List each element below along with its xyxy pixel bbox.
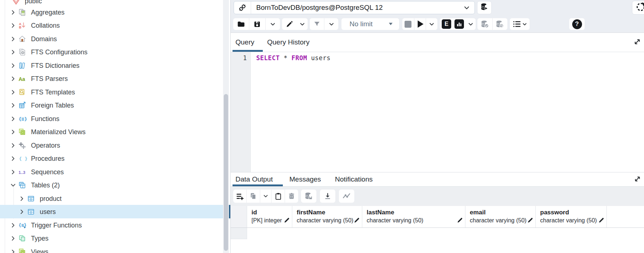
rollback-button[interactable]	[493, 18, 507, 30]
sql-keyword: SELECT	[256, 54, 280, 62]
sidebar-item-collations[interactable]: AB Collations	[0, 19, 230, 32]
sidebar-item-fts-dictionaries[interactable]: FTS Dictionaries	[0, 59, 230, 72]
grid-corner-cell[interactable]	[231, 206, 247, 227]
paste-button[interactable]	[272, 189, 285, 203]
sidebar-item-sequences[interactable]: 1..3 Sequences	[0, 165, 230, 179]
macro-menu-button[interactable]	[510, 18, 530, 30]
column-header-password[interactable]: password character varying (50)	[536, 206, 607, 227]
sidebar-item-table-users[interactable]: users	[0, 205, 230, 218]
graph-visualiser-button[interactable]	[339, 189, 354, 203]
chevron-down-icon[interactable]	[10, 182, 16, 188]
tab-messages[interactable]: Messages	[289, 172, 321, 186]
chevron-right-icon[interactable]	[10, 49, 16, 55]
tab-query-history[interactable]: Query History	[267, 33, 309, 52]
explain-options-dropdown[interactable]	[465, 18, 476, 30]
sidebar-item-aggregates[interactable]: Aggregates	[0, 5, 230, 19]
sidebar-item-types[interactable]: Types	[0, 231, 230, 245]
chevron-right-icon[interactable]	[10, 76, 16, 82]
sidebar-item-foreign-tables[interactable]: Foreign Tables	[0, 98, 230, 112]
save-options-dropdown[interactable]	[266, 18, 280, 30]
sql-code-line[interactable]: SELECT * FROM users	[256, 54, 331, 62]
explain-analyze-icon	[454, 19, 464, 29]
sidebar-item-materialized-views[interactable]: Materialized Views	[0, 125, 230, 139]
sidebar-item-tables[interactable]: Tables (2)	[0, 178, 230, 192]
scrollbar-thumb[interactable]	[224, 94, 228, 251]
fts-dictionaries-icon	[19, 62, 28, 69]
column-header-lastname[interactable]: lastName character varying (50)	[362, 206, 465, 227]
edit-column-pencil-icon[interactable]	[284, 217, 290, 223]
chevron-right-icon[interactable]	[10, 116, 16, 122]
chevron-right-icon[interactable]	[10, 156, 16, 161]
edit-pencil-button[interactable]	[282, 18, 297, 30]
chevron-right-icon[interactable]	[10, 89, 16, 95]
explain-button[interactable]: E	[440, 18, 453, 30]
filter-options-dropdown[interactable]	[324, 18, 338, 30]
chevron-down-icon[interactable]	[464, 5, 470, 11]
sidebar-item-domains[interactable]: Domains	[0, 32, 230, 46]
schema-icon	[12, 0, 22, 5]
column-header-email[interactable]: email character varying (50)	[465, 206, 536, 227]
line-number: 1	[231, 54, 247, 62]
add-row-button[interactable]	[233, 189, 246, 203]
chevron-right-icon[interactable]	[10, 23, 16, 28]
expand-panel-icon[interactable]	[633, 38, 641, 46]
sidebar-item-operators[interactable]: Operators	[0, 139, 230, 152]
row-limit-select[interactable]: No limit	[341, 18, 399, 30]
edit-column-pencil-icon[interactable]	[598, 217, 605, 223]
execute-query-button[interactable]	[414, 18, 426, 30]
delete-row-button[interactable]	[285, 189, 298, 203]
tab-notifications[interactable]: Notifications	[335, 172, 373, 186]
expand-panel-icon[interactable]	[634, 175, 641, 183]
filter-button[interactable]	[310, 18, 324, 30]
sidebar-item-fts-templates[interactable]: FTS Templates	[0, 85, 230, 99]
connection-select[interactable]: BornToDevDB/postgres@PostgreSQL 12	[234, 1, 475, 14]
chevron-right-icon[interactable]	[19, 196, 25, 202]
explain-analyze-button[interactable]	[453, 18, 465, 30]
tab-query[interactable]: Query	[235, 33, 254, 52]
chevron-right-icon[interactable]	[19, 209, 25, 215]
chevron-right-icon[interactable]	[10, 36, 16, 42]
connection-status-button[interactable]	[632, 1, 644, 15]
sidebar-item-fts-configurations[interactable]: FTS Configurations	[0, 45, 230, 59]
sidebar-item-table-product[interactable]: product	[0, 192, 230, 205]
column-name: id	[251, 209, 283, 216]
help-button[interactable]: ?	[569, 18, 585, 30]
download-csv-button[interactable]	[320, 189, 335, 203]
sidebar-scrollbar[interactable]	[223, 0, 229, 253]
execute-button-group	[402, 18, 438, 30]
stop-button[interactable]	[402, 18, 414, 30]
open-file-button[interactable]	[233, 18, 249, 30]
sidebar-item-fts-parsers[interactable]: Aa FTS Parsers	[0, 72, 230, 85]
column-header-firstname[interactable]: firstName character varying (50)	[292, 206, 362, 227]
sidebar-item-label: Types	[31, 235, 48, 242]
edit-column-pencil-icon[interactable]	[457, 217, 463, 223]
column-header-id[interactable]: id [PK] integer	[247, 206, 292, 227]
sidebar-item-functions[interactable]: {≡} Functions	[0, 112, 230, 125]
save-button[interactable]	[249, 18, 265, 30]
copy-button[interactable]	[247, 189, 260, 203]
chevron-right-icon[interactable]	[10, 169, 16, 175]
sidebar-item-trigger-functions[interactable]: {≡} Trigger Functions	[0, 218, 230, 232]
chevron-right-icon[interactable]	[10, 63, 16, 69]
chevron-right-icon[interactable]	[10, 222, 16, 228]
new-connection-button[interactable]	[477, 1, 492, 14]
chevron-right-icon[interactable]	[10, 9, 16, 15]
fts-templates-icon	[19, 89, 28, 96]
chevron-right-icon[interactable]	[10, 129, 16, 135]
save-data-changes-button[interactable]	[301, 189, 316, 203]
sidebar-item-views[interactable]: Views	[0, 245, 230, 253]
edit-column-pencil-icon[interactable]	[354, 217, 360, 223]
execute-options-dropdown[interactable]	[426, 18, 437, 30]
copy-options-dropdown[interactable]	[260, 189, 271, 203]
edit-column-pencil-icon[interactable]	[527, 217, 534, 223]
chevron-right-icon[interactable]	[10, 102, 16, 108]
edit-options-dropdown[interactable]	[297, 18, 308, 30]
commit-button[interactable]	[477, 18, 492, 30]
sql-editor[interactable]: 1 SELECT * FROM users	[231, 52, 644, 172]
sidebar-item-procedures[interactable]: { } Procedures	[0, 152, 230, 165]
aggregates-icon	[19, 9, 28, 16]
chevron-right-icon[interactable]	[10, 236, 16, 241]
chevron-right-icon[interactable]	[10, 143, 16, 148]
column-type: [PK] integer	[251, 217, 283, 224]
chevron-right-icon[interactable]	[10, 249, 16, 253]
